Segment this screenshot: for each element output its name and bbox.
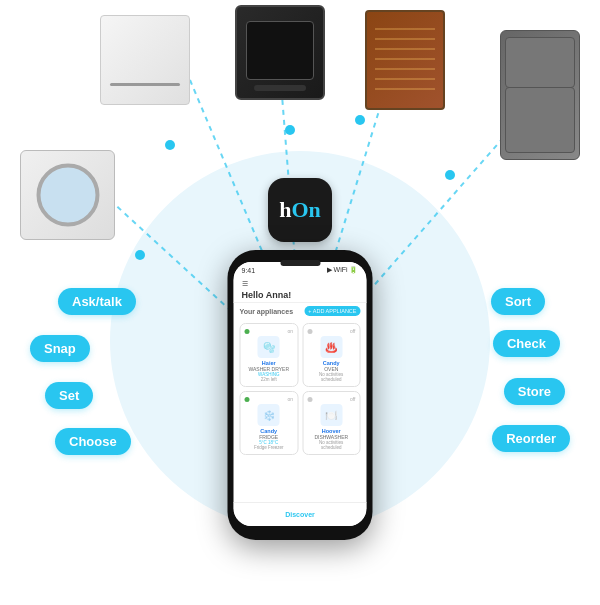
appliance-wine-cooler [365,10,445,110]
phone-nav-bar[interactable]: Discover [234,502,367,526]
svg-point-7 [285,125,295,135]
card-washer-dryer[interactable]: on 🫧 Haier WASHER DRYER WASHING 22m left [240,323,299,387]
phone-nav-label: Discover [285,511,315,518]
hon-logo: hOn [268,178,332,242]
status-off-dishwasher [307,397,312,402]
feature-check[interactable]: Check [493,330,560,357]
appliance-oven [235,5,325,100]
appliances-label: Your appliances [240,308,294,315]
phone-frame: 9:41 ▶ WiFi 🔋 ☰ Hello Anna! Your applian… [228,250,373,540]
status-on-fridge [245,397,250,402]
status-off-dot [307,329,312,334]
phone-notch [280,260,320,266]
feature-reorder[interactable]: Reorder [492,425,570,452]
feature-ask-talk[interactable]: Ask/talk [58,288,136,315]
washer-icon: 🫧 [258,336,280,358]
oven-icon: ♨️ [320,336,342,358]
feature-snap[interactable]: Snap [30,335,90,362]
svg-point-8 [355,115,365,125]
phone-icons: ▶ WiFi 🔋 [327,266,359,274]
appliances-row: Your appliances + ADD APPLIANCE [234,303,367,319]
phone-time: 9:41 [242,267,256,274]
phone-screen: 9:41 ▶ WiFi 🔋 ☰ Hello Anna! Your applian… [234,262,367,526]
fridge-icon: ❄️ [258,404,280,426]
svg-point-5 [165,140,175,150]
phone-mockup: 9:41 ▶ WiFi 🔋 ☰ Hello Anna! Your applian… [228,250,373,540]
feature-set[interactable]: Set [45,382,93,409]
appliance-fridge [500,30,580,160]
dishwasher-card-icon: 🍽️ [320,404,342,426]
card-info-dishwasher: scheduled [307,445,356,450]
card-oven[interactable]: off ♨️ Candy OVEN No activities schedule… [302,323,361,387]
phone-header: ☰ Hello Anna! [234,278,367,303]
feature-sort[interactable]: Sort [491,288,545,315]
card-info-oven: scheduled [307,377,356,382]
card-info-time: 22m left [245,377,294,382]
card-info-fridge: Fridge Freezer [245,445,294,450]
appliance-dishwasher [100,15,190,105]
appliance-washer [20,150,115,240]
appliances-grid: on 🫧 Haier WASHER DRYER WASHING 22m left… [234,319,367,459]
add-appliance-button[interactable]: + ADD APPLIANCE [304,306,360,316]
card-fridge[interactable]: on ❄️ Candy FRIDGE 5°C 18°C Fridge Freez… [240,391,299,455]
feature-choose[interactable]: Choose [55,428,131,455]
main-container: hOn Ask/talk Snap Set Choose Sort Check … [0,0,600,605]
feature-store[interactable]: Store [504,378,565,405]
phone-greeting: Hello Anna! [242,290,359,300]
hon-logo-text: hOn [279,197,321,223]
status-on-dot [245,329,250,334]
card-dishwasher[interactable]: off 🍽️ Hoover DISHWASHER No activities s… [302,391,361,455]
svg-point-9 [445,170,455,180]
